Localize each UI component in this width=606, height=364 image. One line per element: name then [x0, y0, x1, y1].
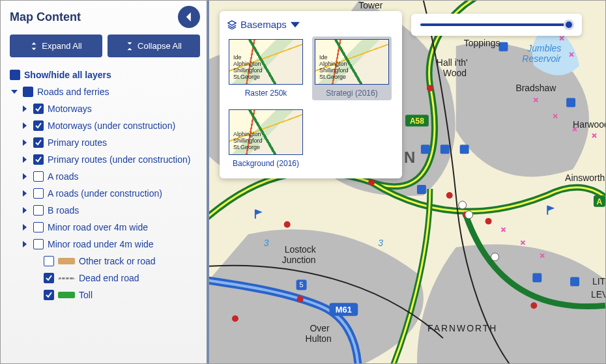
map-viewport[interactable]: M61 A58 A 5 3 3 [209, 1, 605, 363]
layer-row[interactable]: B roads [10, 202, 200, 219]
sublayer-label: Other track or road [79, 256, 156, 266]
svg-text:M61: M61 [336, 305, 352, 315]
collapse-icon [126, 42, 134, 50]
layer-checkbox[interactable] [33, 222, 44, 232]
chevron-right-icon [20, 223, 29, 232]
svg-point-12 [491, 253, 499, 261]
svg-text:A: A [597, 197, 603, 206]
svg-rect-22 [421, 145, 430, 154]
basemaps-toggle[interactable]: Basemaps [226, 16, 396, 36]
basemap-option[interactable]: IdeAlphingtonShillingfordSt.GeorgeRaster… [226, 36, 306, 100]
svg-text:3: 3 [378, 238, 383, 248]
basemap-label: Raster 250k [229, 89, 303, 98]
opacity-slider[interactable] [411, 14, 582, 36]
sidebar-scroll[interactable]: Map Content Expand All Collapse All Show… [1, 1, 207, 363]
chevron-right-icon [20, 240, 29, 249]
sublayer-label: Dead end road [79, 273, 139, 283]
layers-icon [227, 20, 237, 29]
collapse-all-button[interactable]: Collapse All [108, 35, 200, 57]
show-hide-all-layers[interactable]: Show/hide all layers [10, 66, 200, 83]
sublayer-swatch [58, 292, 75, 298]
basemap-label: Background (2016) [229, 159, 303, 168]
layer-checkbox[interactable] [33, 239, 44, 249]
layer-checkbox[interactable] [33, 120, 44, 131]
sublayer-row[interactable]: Toll [10, 287, 200, 303]
chevron-right-icon [20, 104, 29, 113]
sublayer-label: Toll [79, 290, 93, 300]
collapse-all-label: Collapse All [137, 41, 182, 51]
label-jumbles: JumblesReservoir [522, 43, 562, 64]
layer-checkbox[interactable] [33, 205, 44, 216]
chevron-right-icon [20, 121, 29, 130]
layer-row[interactable]: Primary routes (under construction) [10, 151, 200, 168]
svg-point-7 [297, 296, 304, 302]
group-checkbox[interactable] [23, 87, 33, 97]
basemap-thumb: IdeAlphingtonShillingfordSt.George [229, 39, 303, 85]
chevron-right-icon [20, 206, 29, 215]
layer-checkbox[interactable] [33, 154, 44, 165]
svg-text:3: 3 [264, 238, 269, 248]
label-overhulton: OverHulton [306, 323, 332, 344]
svg-point-2 [427, 85, 433, 92]
show-hide-checkbox[interactable] [10, 70, 20, 80]
layer-row[interactable]: Primary routes [10, 134, 200, 151]
expand-all-button[interactable]: Expand All [10, 35, 102, 57]
svg-rect-24 [460, 145, 469, 154]
slider-thumb[interactable] [564, 20, 574, 30]
sublayer-row[interactable]: Other track or road [10, 253, 200, 270]
label-harwood: Harwood [573, 119, 605, 130]
shield-a58: A58 [405, 115, 429, 126]
layer-label: A roads (under construction) [48, 188, 162, 199]
svg-text:A58: A58 [410, 117, 424, 126]
sidebar-title: Map Content [10, 10, 81, 24]
sublayer-checkbox[interactable] [44, 256, 54, 266]
expand-all-label: Expand All [42, 41, 81, 51]
layer-checkbox[interactable] [33, 171, 44, 182]
svg-point-8 [232, 315, 238, 322]
layer-row[interactable]: Minor road over 4m wide [10, 219, 200, 236]
label-tower: Tower [358, 1, 383, 10]
layer-row[interactable]: Motorways (under construction) [10, 117, 200, 134]
chevron-right-icon [20, 172, 29, 181]
basemap-thumb: AlphingtonShillingfordSt.George [229, 109, 303, 155]
layer-label: Minor road over 4m wide [48, 222, 148, 232]
svg-point-1 [368, 179, 375, 186]
label-bolton-n: N [404, 148, 417, 166]
svg-rect-28 [566, 98, 575, 107]
sidebar-collapse-button[interactable] [178, 6, 200, 28]
expand-icon [30, 42, 38, 50]
label-lit: LIT [592, 276, 605, 287]
svg-point-3 [446, 192, 453, 199]
label-lev: LEV [591, 289, 605, 300]
layer-checkbox[interactable] [33, 104, 44, 114]
layer-checkbox[interactable] [33, 137, 44, 148]
layer-label: B roads [48, 205, 79, 216]
basemap-option[interactable]: AlphingtonShillingfordSt.GeorgeBackgroun… [226, 107, 306, 171]
sublayer-checkbox[interactable] [44, 273, 54, 283]
layer-row[interactable]: Minor road under 4m wide [10, 236, 200, 253]
svg-point-9 [530, 302, 537, 309]
sublayer-row[interactable]: Dead end road [10, 270, 200, 287]
chevron-down-icon [10, 87, 19, 96]
label-ainsworth: Ainsworth [565, 173, 605, 183]
layer-checkbox[interactable] [33, 188, 44, 199]
layer-label: Motorways [48, 104, 92, 114]
sublayer-checkbox[interactable] [44, 290, 54, 300]
shield-m61: M61 [329, 303, 358, 316]
layer-row[interactable]: Motorways [10, 100, 200, 117]
layer-row[interactable]: A roads [10, 168, 200, 185]
svg-rect-26 [532, 273, 541, 282]
svg-point-11 [465, 211, 473, 219]
basemap-option[interactable]: IdeAlphingtonShillingfordSt.GeorgeStrate… [312, 36, 392, 100]
slider-track[interactable] [420, 23, 573, 26]
svg-point-10 [459, 201, 467, 209]
chevron-left-icon [184, 12, 194, 21]
group-roads-and-ferries[interactable]: Roads and ferries [10, 83, 200, 100]
layer-label: Motorways (under construction) [48, 120, 175, 131]
svg-text:5: 5 [300, 281, 304, 288]
basemap-label: Strategi (2016) [315, 89, 389, 98]
label-toppings: Toppings [464, 38, 500, 48]
layer-row[interactable]: A roads (under construction) [10, 185, 200, 202]
svg-rect-27 [570, 277, 579, 286]
shield-a-right: A [594, 195, 605, 207]
